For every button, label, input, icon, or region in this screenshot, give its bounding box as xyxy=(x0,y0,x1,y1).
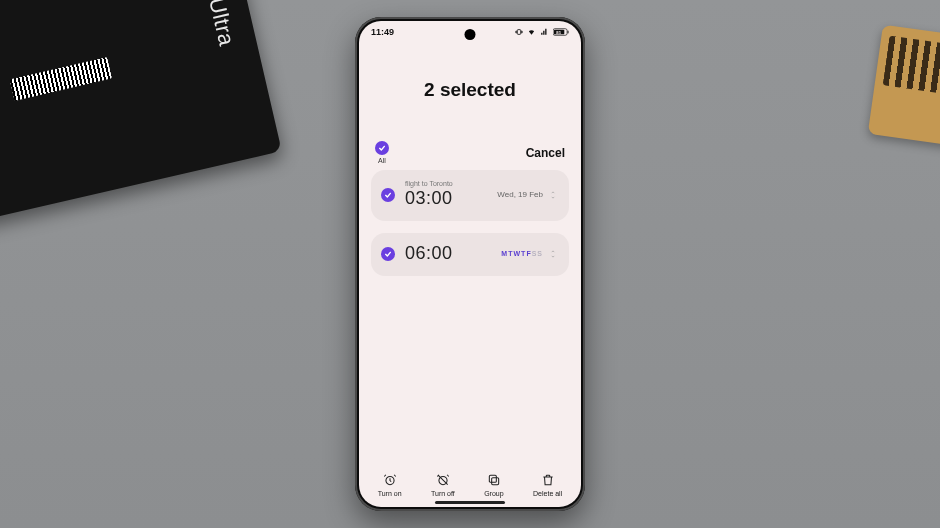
alarm-body: 06:00 xyxy=(405,243,491,264)
turn-on-label: Turn on xyxy=(378,490,402,497)
group-icon xyxy=(487,473,501,487)
scene: Galaxy S25 Ultra 11:49 81 2 selected xyxy=(0,0,940,528)
alarm-meta: Wed, 19 Feb xyxy=(497,190,557,200)
delete-all-button[interactable]: Delete all xyxy=(533,473,562,497)
cancel-button[interactable]: Cancel xyxy=(526,146,565,160)
battery-icon: 81 xyxy=(553,28,569,36)
status-icons: 81 xyxy=(515,28,569,36)
alarm-days: MTWTFSS xyxy=(501,250,543,257)
vibrate-icon xyxy=(515,28,523,36)
alarm-time: 06:00 xyxy=(405,243,491,264)
delete-all-label: Delete all xyxy=(533,490,562,497)
trash-icon xyxy=(541,473,555,487)
turn-off-label: Turn off xyxy=(431,490,455,497)
status-time: 11:49 xyxy=(371,27,394,37)
alarm-on-icon xyxy=(383,473,397,487)
alarm-list: flight to Toronto03:00Wed, 19 Feb06:00MT… xyxy=(359,170,581,276)
check-icon xyxy=(375,141,389,155)
phone-screen: 11:49 81 2 selected All Cancel xyxy=(359,21,581,507)
svg-rect-3 xyxy=(568,31,569,34)
alarm-off-icon xyxy=(436,473,450,487)
alarm-label: flight to Toronto xyxy=(405,180,487,187)
alarm-meta: MTWTFSS xyxy=(501,249,557,259)
alarm-card[interactable]: flight to Toronto03:00Wed, 19 Feb xyxy=(371,170,569,221)
alarm-card[interactable]: 06:00MTWTFSS xyxy=(371,233,569,276)
group-button[interactable]: Group xyxy=(484,473,503,497)
select-all-button[interactable]: All xyxy=(375,141,389,164)
svg-rect-0 xyxy=(517,30,520,35)
check-icon[interactable] xyxy=(381,247,395,261)
select-all-label: All xyxy=(378,157,386,164)
select-row: All Cancel xyxy=(359,141,581,170)
expand-icon[interactable] xyxy=(549,190,557,200)
page-title: 2 selected xyxy=(359,79,581,101)
turn-off-button[interactable]: Turn off xyxy=(431,473,455,497)
expand-icon[interactable] xyxy=(549,249,557,259)
svg-rect-8 xyxy=(492,478,499,485)
alarm-time: 03:00 xyxy=(405,188,487,209)
group-label: Group xyxy=(484,490,503,497)
wifi-icon xyxy=(527,28,536,36)
svg-rect-7 xyxy=(489,475,496,482)
product-box-label: Galaxy S25 Ultra xyxy=(175,0,240,49)
turn-on-button[interactable]: Turn on xyxy=(378,473,402,497)
check-icon[interactable] xyxy=(381,188,395,202)
wood-prop xyxy=(868,25,940,146)
gesture-bar[interactable] xyxy=(435,501,505,504)
selection-header: 2 selected xyxy=(359,37,581,141)
svg-text:81: 81 xyxy=(556,30,561,35)
barcode-strip xyxy=(10,57,112,101)
signal-icon xyxy=(540,28,549,36)
camera-punchhole xyxy=(465,29,476,40)
phone-frame: 11:49 81 2 selected All Cancel xyxy=(355,17,585,511)
product-box: Galaxy S25 Ultra xyxy=(0,0,282,223)
alarm-body: flight to Toronto03:00 xyxy=(405,180,487,209)
alarm-date: Wed, 19 Feb xyxy=(497,190,543,199)
